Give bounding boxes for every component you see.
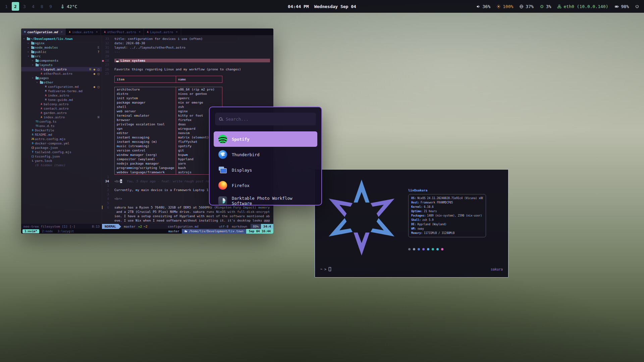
- palette-swatch: [427, 248, 429, 250]
- tree-item[interactable]: M configuration.md ● □: [21, 84, 102, 89]
- expander-arrow-icon[interactable]: ▾: [32, 76, 35, 79]
- table-cell-item: web server: [115, 109, 176, 113]
- expander-arrow-icon[interactable]: ▸: [28, 50, 31, 53]
- tree-item[interactable]: JS astro.config.mjs: [21, 137, 102, 141]
- workspace-button[interactable]: 1: [2, 0, 11, 13]
- tree-item[interactable]: R README.md: [21, 132, 102, 137]
- tree-item[interactable]: {} tsconfig.json: [21, 154, 102, 159]
- tree-item[interactable]: {} package.json: [21, 145, 102, 150]
- tree-item[interactable]: ▸ components: [21, 58, 102, 63]
- tree-item[interactable]: ▾ other: [21, 80, 102, 84]
- table-row: browser firefox: [115, 118, 222, 122]
- tree-item-label: pages: [39, 76, 49, 80]
- brightness-value: 100%: [503, 4, 513, 9]
- tree-item[interactable]: A Layout.astro H ● □: [21, 67, 102, 71]
- buffer-tab[interactable]: A index.astro ×: [66, 28, 101, 35]
- search-input[interactable]: [226, 117, 306, 122]
- launcher-item[interactable]: Displays: [214, 162, 317, 178]
- network-module[interactable]: eth0 (10.0.0.140): [557, 4, 608, 9]
- git-status-badge: ?: [98, 50, 102, 54]
- editor-line: ion. I have a setup consisting of Hyprla…: [102, 214, 273, 218]
- git-status-badge: ● □: [94, 85, 102, 88]
- tree-item[interactable]: TS config.ts: [21, 119, 102, 124]
- tree-item[interactable]: (6 hidden items): [21, 163, 102, 167]
- power-button[interactable]: [635, 4, 639, 9]
- workspace-button[interactable]: 3: [20, 0, 29, 13]
- tree-item[interactable]: A otherPost.astro ● □: [21, 71, 102, 76]
- cursor: >: [120, 179, 122, 183]
- buffer-tab[interactable]: A otherPost.astro ×: [101, 28, 144, 35]
- tree-item[interactable]: T tailwind.config.mjs: [21, 150, 102, 154]
- launcher-search[interactable]: [215, 113, 316, 125]
- tree-item[interactable]: A index.astro: [21, 93, 102, 98]
- shell-prompt-line[interactable]: ~ > sakura: [320, 267, 503, 271]
- line-text: and a 2TB (Crucial P5 Plus) NVMe drive. …: [114, 210, 270, 214]
- workspace-button[interactable]: 2: [12, 2, 19, 11]
- buffer-tab[interactable]: M configuration.md ×: [21, 28, 66, 35]
- launcher-results: Spotify Thunderbird Displays Firefox Dar…: [210, 131, 321, 205]
- line-number: 25: [104, 72, 111, 75]
- tree-item[interactable]: M tone-guide.md: [21, 98, 102, 102]
- launcher-item[interactable]: Spotify: [214, 131, 317, 147]
- status-modules: 36% 100% 37% 3% eth0 (10.0.0.140) 98%: [476, 4, 644, 9]
- volume-module[interactable]: 36%: [476, 4, 490, 9]
- table-cell-item: programming/scripting language: [115, 166, 176, 170]
- line-text: <br>You, 5 days ago - feat: write rough …: [114, 179, 209, 183]
- tree-item[interactable]: D Dockerfile: [21, 128, 102, 132]
- buffer-tab[interactable]: A Layout.astro ×: [144, 28, 181, 35]
- editor-line: and a 2TB (Crucial P5 Plus) NVMe drive. …: [102, 209, 273, 214]
- tree-item[interactable]: A contact.astro: [21, 106, 102, 111]
- tree-item[interactable]: M fediverse-terms.md: [21, 89, 102, 93]
- tree-item[interactable]: A index.astro H: [21, 115, 102, 119]
- expander-arrow-icon[interactable]: ▾: [32, 63, 35, 66]
- table-body: architecture x86_64 (rip m2 pro) distro …: [114, 87, 222, 175]
- tree-item[interactable]: ▸ nginx: [21, 41, 102, 45]
- workspace-button[interactable]: 8: [38, 0, 46, 13]
- tree-item[interactable]: ▸ node_modules E: [21, 45, 102, 50]
- launcher-item[interactable]: Darktable Photo Workflow Software: [214, 193, 317, 205]
- buffer-lines-top: 33 title: configuration for devices i us…: [102, 37, 273, 76]
- tree-item-label: yarn.lock: [35, 159, 52, 163]
- tree-item[interactable]: ▾ layouts: [21, 63, 102, 67]
- palette-swatch: [436, 248, 439, 250]
- tree-item[interactable]: A garden.astro: [21, 111, 102, 115]
- tmux-window-tab[interactable]: 2:node: [40, 229, 55, 233]
- expander-arrow-icon[interactable]: ▸: [32, 59, 35, 62]
- tree-item[interactable]: L yarn.lock: [21, 159, 102, 163]
- expander-arrow-icon[interactable]: ▸: [28, 46, 31, 49]
- file-type-icon: [35, 63, 39, 66]
- filetype-label: markdown: [232, 225, 247, 228]
- tmux-window-tab[interactable]: 3:lazygit: [55, 229, 76, 233]
- table-cell-item: editor: [115, 131, 176, 135]
- tree-item[interactable]: ▾ ~/Development/liv.town: [21, 37, 102, 41]
- tree-item[interactable]: D docker-compose.yml: [21, 141, 102, 145]
- brightness-module[interactable]: 100%: [496, 4, 513, 9]
- expander-arrow-icon[interactable]: ▾: [36, 81, 39, 84]
- tree-item[interactable]: A balcony.astro: [21, 102, 102, 106]
- tree-item-label: tsconfig.json: [35, 155, 60, 158]
- system-info-line: Shell: zsh 5.9: [411, 218, 483, 222]
- tab-close-icon[interactable]: ×: [139, 30, 141, 34]
- tree-item[interactable]: TS env.d.ts: [21, 124, 102, 128]
- launcher-item[interactable]: Firefox: [214, 178, 317, 193]
- expander-arrow-icon[interactable]: ▾: [23, 37, 26, 40]
- expander-arrow-icon[interactable]: ▸: [28, 42, 31, 45]
- tab-close-icon[interactable]: ×: [61, 30, 62, 34]
- launcher-item[interactable]: Thunderbird: [214, 147, 317, 162]
- editor-line: 27: [102, 63, 273, 67]
- disk-module[interactable]: 37%: [519, 4, 533, 9]
- terminal-window[interactable]: liv@sakura OS: NixOS 24.11.20240828.71e9…: [315, 169, 508, 278]
- tab-close-icon[interactable]: ×: [176, 30, 177, 34]
- expander-arrow-icon[interactable]: ▾: [28, 55, 31, 58]
- tmux-window-tab[interactable]: 1:nvim*: [22, 229, 39, 233]
- tree-item[interactable]: ▾ pages: [21, 76, 102, 80]
- workspace-button[interactable]: 9: [46, 0, 55, 13]
- penguin-icon: [116, 59, 119, 62]
- battery-module[interactable]: 98%: [614, 4, 629, 9]
- table-cell-item: browser: [115, 118, 176, 122]
- cpu-module[interactable]: 3%: [540, 4, 551, 9]
- workspace-button[interactable]: 4: [29, 0, 38, 13]
- tree-item[interactable]: ▸ public ?: [21, 50, 102, 54]
- tab-close-icon[interactable]: ×: [96, 30, 98, 34]
- tree-item[interactable]: ▾ src: [21, 54, 102, 58]
